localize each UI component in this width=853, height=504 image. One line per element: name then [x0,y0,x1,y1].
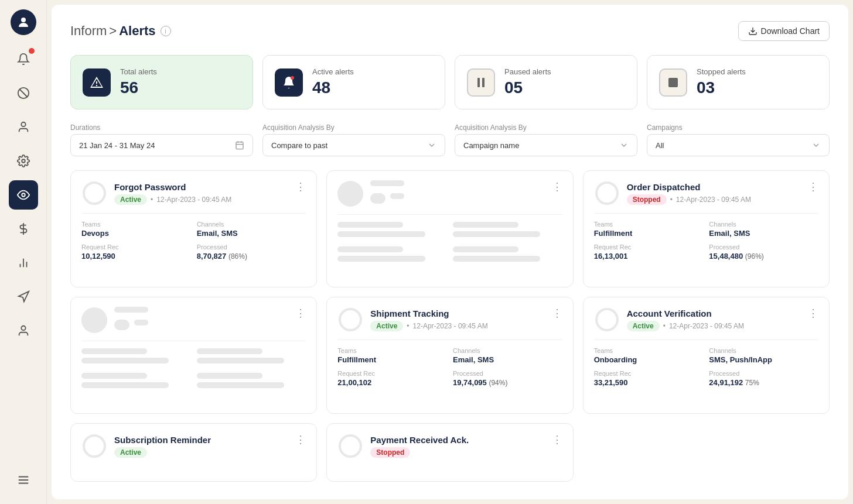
sidebar-item-user[interactable] [9,112,38,142]
campaigns-input[interactable]: All [647,134,830,156]
download-chart-button[interactable]: Download Chart [738,21,830,41]
stopped-alerts-value: 03 [697,78,746,97]
more-options-payment[interactable]: ⋮ [552,433,562,446]
skeleton-badge [370,193,385,204]
account-divider [594,340,818,340]
card-title-subscription: Subscription Reminder [114,435,211,445]
skeleton-sub-row [370,193,404,207]
card-title-info-order: Order Dispatched Stopped • 12-Apr-2023 -… [627,182,751,205]
channels-value: Email, SMS [197,229,306,238]
paused-alerts-label: Paused alerts [504,67,551,76]
shipment-channels-stat: Channels Email, SMS [453,347,562,364]
breadcrumb-inform: Inform [70,23,107,39]
breadcrumb-sep: > [109,23,117,39]
order-req-stat: Request Rec 16,13,001 [594,244,704,260]
order-teams-label: Teams [594,221,704,228]
svg-point-5 [22,193,25,197]
shipment-req-value: 21,00,102 [337,378,447,387]
order-teams-stat: Teams Fulfillment [594,221,704,238]
card-status-row-subscription: Active [114,447,211,458]
svg-point-4 [22,159,25,163]
teams-value: Devops [81,229,191,238]
info-icon[interactable]: i [161,26,171,36]
sidebar-item-settings[interactable] [9,146,38,176]
shipment-divider [337,340,562,340]
account-teams-value: Onboarding [594,355,704,364]
subscription-reminder-icon [81,433,107,459]
sidebar-item-chart[interactable] [9,248,38,277]
filter-analysis2: Acquisition Analysis By Campaign name [455,124,637,156]
order-proc-value: 15,48,480 (96%) [709,252,818,260]
paused-alerts-value: 05 [504,78,551,97]
paused-alerts-icon [467,68,495,97]
more-options-shipment[interactable]: ⋮ [552,307,562,320]
svg-point-3 [21,122,25,126]
card-header-payment: Payment Received Ack. Stopped ⋮ [337,433,562,459]
svg-point-23 [84,183,105,204]
stop-icon [666,76,680,90]
card-status-row-account: Active • 12-Apr-2023 - 09:45 AM [627,321,744,331]
shipment-req-stat: Request Rec 21,00,102 [337,370,447,387]
channels-stat: Channels Email, SMS [197,221,306,238]
stat-card-total: Total alerts 56 [70,55,253,109]
card-title-info-subscription: Subscription Reminder Active [114,435,211,458]
sidebar-item-eye[interactable] [9,180,38,210]
alert-card-skeleton-1: ⋮ [326,170,573,287]
total-alerts-value: 56 [120,78,157,97]
more-options-skeleton[interactable]: ⋮ [552,180,562,193]
alert-card-forgot-password: Forgot Password Active • 12-Apr-2023 - 0… [70,170,317,287]
stopped-alerts-icon [659,68,687,97]
card-title-row-payment: Payment Received Ack. Stopped [337,433,469,459]
analysis1-input[interactable]: Compare to past [262,134,445,156]
dot-sep-shipment: • [407,322,409,330]
alert-card-account-verification: Account Verification Active • 12-Apr-202… [583,297,830,414]
download-label: Download Chart [761,26,820,36]
teams-stat: Teams Devops [81,221,191,238]
analysis2-input[interactable]: Campaign name [455,134,637,156]
card-header-forgot-password: Forgot Password Active • 12-Apr-2023 - 0… [81,180,306,206]
account-verification-icon [594,307,620,332]
breadcrumb-alerts: Alerts [119,23,155,39]
more-options-skeleton2[interactable]: ⋮ [295,307,306,320]
channels-label: Channels [197,221,306,228]
card-title-info-account: Account Verification Active • 12-Apr-202… [627,308,744,331]
sk2-badge [114,320,129,330]
durations-input[interactable]: 21 Jan 24 - 31 May 24 [70,134,253,156]
chevron-down-icon [427,140,436,150]
card-header-subscription: Subscription Reminder Active ⋮ [81,433,306,459]
sidebar-item-cancel[interactable] [9,78,38,108]
sidebar-item-megaphone[interactable] [9,282,38,311]
svg-point-33 [340,436,361,457]
filter-campaigns: Campaigns All [647,124,830,156]
skeleton2-circle [81,307,107,333]
user-avatar[interactable] [11,9,36,35]
info-label: i [165,28,166,35]
proc-value: 8,70,827 (86%) [197,252,306,260]
alert-card-order-dispatched: Order Dispatched Stopped • 12-Apr-2023 -… [583,170,830,287]
shipment-channels-label: Channels [453,347,562,354]
more-options-account[interactable]: ⋮ [808,307,818,320]
more-options-button[interactable]: ⋮ [295,180,306,193]
sidebar-item-dollar[interactable] [9,214,38,244]
stat-text-stopped: Stopped alerts 03 [697,67,746,97]
account-req-value: 33,21,590 [594,378,704,387]
sidebar-item-person[interactable] [9,316,38,345]
card-status-row-order: Stopped • 12-Apr-2023 - 09:45 AM [627,194,751,205]
sidebar-item-menu[interactable] [9,465,38,495]
card-title-info-payment: Payment Received Ack. Stopped [370,435,469,458]
account-proc-stat: Processed 24,91,192 75% [709,370,818,387]
forgot-password-icon [81,180,107,206]
svg-point-0 [21,18,26,22]
card-title-info-shipment: Shipment Tracking Active • 12-Apr-2023 -… [370,308,487,331]
sidebar-item-notifications[interactable] [9,44,38,74]
skeleton-stats [337,222,562,265]
account-proc-label: Processed [709,370,818,377]
status-badge-account: Active [627,321,660,331]
stat-card-active: Active alerts 48 [262,55,445,109]
more-options-subscription[interactable]: ⋮ [295,433,306,446]
order-req-value: 16,13,001 [594,252,704,260]
card-header-order: Order Dispatched Stopped • 12-Apr-2023 -… [594,180,818,206]
more-options-order[interactable]: ⋮ [808,180,818,193]
notification-badge [29,48,35,54]
proc-pct: (86%) [228,252,247,260]
